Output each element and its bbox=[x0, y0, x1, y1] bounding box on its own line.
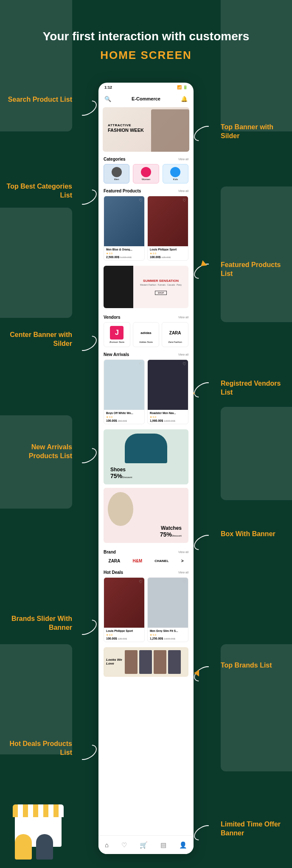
section-brand: Brand View all ZARA H&M CHANEL > bbox=[98, 546, 194, 567]
section-newarrivals: New Arrivals View all ♡ Boys Off White W… bbox=[98, 349, 194, 426]
offer-text: Looks We Love bbox=[106, 658, 123, 666]
section-featured: Featured Products View all ♡ Men Blue & … bbox=[98, 185, 194, 262]
banner-model-image bbox=[104, 266, 133, 308]
featured-viewall[interactable]: View all bbox=[178, 189, 188, 192]
vendors-title: Vendors bbox=[104, 315, 120, 320]
annotation-centerbanner: Center Banner with Silder bbox=[4, 331, 72, 348]
brand-more-icon[interactable]: > bbox=[181, 559, 184, 563]
offer-img bbox=[125, 650, 138, 674]
offer-img bbox=[154, 650, 166, 674]
status-icons: 📶 🔋 bbox=[177, 85, 188, 89]
section-vendors: Vendors View all JJhonson Store adidasAd… bbox=[98, 312, 194, 349]
store-illustration bbox=[6, 804, 70, 860]
annotation-newarrivals: New Arrivals Products List bbox=[4, 443, 72, 461]
nav-heart-icon[interactable]: ♡ bbox=[121, 841, 127, 849]
product-card[interactable]: ♡ Men Blue & Orang... ★ 0.0 2,500.00$5,0… bbox=[104, 196, 145, 261]
nav-home-icon[interactable]: ⌂ bbox=[105, 841, 109, 849]
top-banner[interactable]: ATTRACTIVE FASHION WEEK bbox=[103, 107, 189, 152]
annotation-brandslider: Brands Slider With Banner bbox=[4, 615, 72, 632]
brand-chanel[interactable]: CHANEL bbox=[154, 559, 168, 563]
categories-title: Categories bbox=[104, 157, 126, 161]
heart-icon[interactable]: ♡ bbox=[139, 362, 143, 366]
brand-hm[interactable]: H&M bbox=[132, 559, 142, 563]
limited-offer-banner[interactable]: Looks We Love bbox=[104, 647, 188, 677]
app-header: 🔍 E-Commerce 🔔 bbox=[98, 92, 194, 106]
annotation-boxbanner: Box With Banner bbox=[221, 530, 289, 539]
section-hotdeals: Hot Deals View all ♡ Louis Philippe Spor… bbox=[98, 567, 194, 644]
app-title: E-Commerce bbox=[132, 96, 160, 101]
subhead-text: HOME SCREEN bbox=[0, 49, 292, 62]
category-kids[interactable]: Kids bbox=[163, 164, 188, 184]
bell-icon[interactable]: 🔔 bbox=[181, 95, 188, 102]
heart-icon[interactable]: ♡ bbox=[182, 198, 186, 203]
promo-title: Watches bbox=[160, 525, 182, 531]
categories-viewall[interactable]: View all bbox=[178, 158, 188, 161]
newarrivals-title: New Arrivals bbox=[104, 352, 129, 357]
product-card[interactable]: ♡ Men Grey Slim Fit S... ★ 5.0 1,250.00$… bbox=[147, 577, 188, 642]
center-banner[interactable]: SUMMER SENSATION Western Fashion · Forma… bbox=[104, 266, 188, 308]
midbanner-sub: Western Fashion · Formals · Casuals · Pa… bbox=[133, 284, 188, 286]
product-card[interactable]: ♡ Roadster Men Nav... ★ 0.0 1,980.00$2,5… bbox=[147, 359, 188, 424]
promo-shoes[interactable]: Shoes 75%Discount bbox=[104, 429, 188, 484]
product-card[interactable]: ♡ Louis Philippe Sport ★ 0.0 100.00$125.… bbox=[104, 577, 145, 642]
vendor-card[interactable]: JJhonson Store bbox=[104, 322, 130, 347]
heart-icon[interactable]: ♡ bbox=[139, 198, 143, 203]
promo-watches[interactable]: Watches 75%Discount bbox=[104, 488, 188, 543]
category-women[interactable]: Women bbox=[133, 164, 159, 184]
offer-img bbox=[168, 650, 181, 674]
brand-zara[interactable]: ZARA bbox=[109, 559, 121, 563]
section-categories: Categories View all Men Women Kids bbox=[98, 153, 194, 185]
annotation-topbrands: Top Brands List bbox=[221, 661, 289, 670]
brand-title: Brand bbox=[104, 550, 116, 554]
heart-icon[interactable]: ♡ bbox=[139, 579, 143, 584]
offer-img bbox=[139, 650, 152, 674]
nav-orders-icon[interactable]: ▤ bbox=[160, 841, 166, 849]
vendor-card[interactable]: ZARAZara Fashion bbox=[162, 322, 188, 347]
watch-image bbox=[108, 492, 133, 526]
hotdeals-title: Hot Deals bbox=[104, 570, 123, 575]
banner-title: FASHION WEEK bbox=[108, 128, 144, 133]
product-card[interactable]: ♡ Boys Off White Wo... ★ 0.0 100.00$250.… bbox=[104, 359, 145, 424]
annotation-featured: Featured Products List bbox=[221, 261, 289, 278]
search-icon[interactable]: 🔍 bbox=[104, 95, 111, 102]
product-card[interactable]: ♡ Louis Philippe Sport ★ 0.0 100.00$125.… bbox=[147, 196, 188, 261]
shoes-image bbox=[125, 434, 167, 463]
annotation-search: Search Product List bbox=[4, 95, 72, 104]
status-bar: 1:12 📶 🔋 bbox=[98, 83, 194, 92]
vendor-card[interactable]: adidasAdidas Store bbox=[133, 322, 160, 347]
status-time: 1:12 bbox=[104, 85, 112, 89]
headline-text: Your first interaction with customers bbox=[0, 30, 292, 43]
annotation-vendors: Registred Vendors List bbox=[221, 379, 289, 397]
newarrivals-viewall[interactable]: View all bbox=[178, 353, 188, 356]
annotation-hotdeals: Hot Deals Products List bbox=[4, 740, 72, 757]
annotation-categories: Top Best Categories List bbox=[4, 182, 72, 200]
heart-icon[interactable]: ♡ bbox=[182, 362, 186, 366]
annotation-limited: Limited Time Offer Banner bbox=[221, 820, 289, 838]
shop-button[interactable]: SHOP bbox=[155, 291, 167, 295]
banner-pretext: ATTRACTIVE bbox=[108, 123, 131, 127]
promo-title: Shoes bbox=[110, 467, 132, 473]
category-men[interactable]: Men bbox=[104, 164, 129, 184]
hotdeals-viewall[interactable]: View all bbox=[178, 571, 188, 574]
heart-icon[interactable]: ♡ bbox=[182, 579, 186, 584]
phone-mockup: 1:12 📶 🔋 🔍 E-Commerce 🔔 ATTRACTIVE FASHI… bbox=[98, 83, 194, 854]
banner-image bbox=[151, 109, 189, 152]
brand-viewall[interactable]: View all bbox=[178, 551, 188, 554]
featured-title: Featured Products bbox=[104, 189, 141, 193]
nav-profile-icon[interactable]: 👤 bbox=[179, 841, 187, 849]
annotation-topbanner: Top Banner with Silder bbox=[221, 123, 289, 141]
nav-cart-icon[interactable]: 🛒 bbox=[140, 841, 148, 849]
midbanner-title: SUMMER SENSATION bbox=[133, 279, 188, 283]
vendors-viewall[interactable]: View all bbox=[178, 316, 188, 319]
bottom-nav: ⌂ ♡ 🛒 ▤ 👤 bbox=[98, 835, 194, 854]
